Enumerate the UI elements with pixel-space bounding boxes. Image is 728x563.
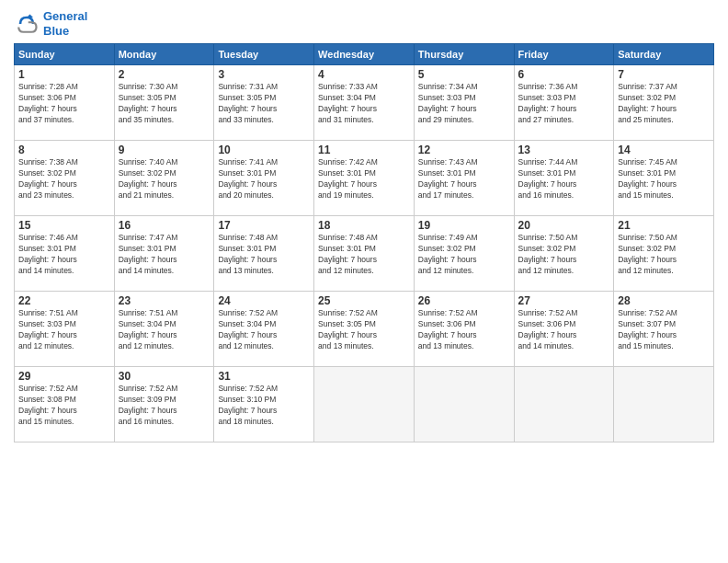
day-number: 26 — [418, 294, 510, 307]
calendar-cell: 22Sunrise: 7:51 AMSunset: 3:03 PMDayligh… — [15, 292, 115, 367]
calendar-cell: 7Sunrise: 7:37 AMSunset: 3:02 PMDaylight… — [614, 65, 714, 141]
day-number: 29 — [18, 370, 110, 383]
calendar-cell: 29Sunrise: 7:52 AMSunset: 3:08 PMDayligh… — [15, 367, 115, 442]
day-number: 27 — [518, 294, 610, 307]
day-info: Sunrise: 7:41 AMSunset: 3:01 PMDaylight:… — [218, 157, 310, 201]
day-number: 22 — [18, 294, 110, 307]
day-number: 25 — [318, 294, 410, 307]
day-number: 28 — [618, 294, 710, 307]
calendar-week-row: 1Sunrise: 7:28 AMSunset: 3:06 PMDaylight… — [15, 65, 714, 141]
calendar-cell: 4Sunrise: 7:33 AMSunset: 3:04 PMDaylight… — [314, 65, 415, 141]
day-info: Sunrise: 7:47 AMSunset: 3:01 PMDaylight:… — [119, 233, 210, 277]
page-container: General Blue SundayMondayTuesdayWednesda… — [0, 0, 728, 563]
calendar-cell: 23Sunrise: 7:51 AMSunset: 3:04 PMDayligh… — [114, 292, 214, 367]
day-info: Sunrise: 7:52 AMSunset: 3:09 PMDaylight:… — [119, 384, 210, 428]
calendar-cell: 30Sunrise: 7:52 AMSunset: 3:09 PMDayligh… — [114, 367, 214, 442]
calendar-header-row: SundayMondayTuesdayWednesdayThursdayFrid… — [15, 44, 714, 65]
day-info: Sunrise: 7:28 AMSunset: 3:06 PMDaylight:… — [18, 82, 110, 126]
day-number: 11 — [318, 144, 410, 156]
day-number: 1 — [18, 68, 110, 81]
day-info: Sunrise: 7:48 AMSunset: 3:01 PMDaylight:… — [318, 233, 410, 277]
day-info: Sunrise: 7:50 AMSunset: 3:02 PMDaylight:… — [518, 233, 610, 277]
calendar-day-header: Friday — [514, 44, 614, 65]
calendar-cell: 17Sunrise: 7:48 AMSunset: 3:01 PMDayligh… — [214, 216, 314, 292]
calendar-cell — [514, 367, 614, 442]
calendar-cell: 20Sunrise: 7:50 AMSunset: 3:02 PMDayligh… — [514, 216, 614, 292]
day-number: 2 — [119, 68, 210, 81]
day-info: Sunrise: 7:52 AMSunset: 3:08 PMDaylight:… — [18, 384, 110, 428]
calendar-day-header: Thursday — [414, 44, 514, 65]
day-info: Sunrise: 7:40 AMSunset: 3:02 PMDaylight:… — [119, 157, 210, 201]
day-number: 17 — [218, 219, 310, 232]
calendar-cell — [614, 367, 714, 442]
day-number: 13 — [518, 144, 610, 156]
day-info: Sunrise: 7:52 AMSunset: 3:05 PMDaylight:… — [318, 308, 410, 352]
calendar-cell: 27Sunrise: 7:52 AMSunset: 3:06 PMDayligh… — [514, 292, 614, 367]
day-number: 12 — [418, 144, 510, 156]
day-info: Sunrise: 7:52 AMSunset: 3:04 PMDaylight:… — [218, 308, 310, 352]
calendar-cell: 15Sunrise: 7:46 AMSunset: 3:01 PMDayligh… — [15, 216, 115, 292]
calendar-cell — [314, 367, 415, 442]
calendar-cell: 3Sunrise: 7:31 AMSunset: 3:05 PMDaylight… — [214, 65, 314, 141]
day-number: 16 — [119, 219, 210, 232]
day-info: Sunrise: 7:50 AMSunset: 3:02 PMDaylight:… — [618, 233, 710, 277]
day-number: 24 — [218, 294, 310, 307]
day-info: Sunrise: 7:43 AMSunset: 3:01 PMDaylight:… — [418, 157, 510, 201]
day-number: 9 — [119, 144, 210, 156]
day-number: 10 — [218, 144, 310, 156]
calendar-cell: 5Sunrise: 7:34 AMSunset: 3:03 PMDaylight… — [414, 65, 514, 141]
calendar-table: SundayMondayTuesdayWednesdayThursdayFrid… — [14, 43, 714, 442]
day-info: Sunrise: 7:44 AMSunset: 3:01 PMDaylight:… — [518, 157, 610, 201]
day-info: Sunrise: 7:38 AMSunset: 3:02 PMDaylight:… — [18, 157, 110, 201]
day-number: 15 — [18, 219, 110, 232]
day-number: 4 — [318, 68, 410, 81]
calendar-cell: 19Sunrise: 7:49 AMSunset: 3:02 PMDayligh… — [414, 216, 514, 292]
day-number: 23 — [119, 294, 210, 307]
day-number: 3 — [218, 68, 310, 81]
calendar-cell: 6Sunrise: 7:36 AMSunset: 3:03 PMDaylight… — [514, 65, 614, 141]
day-info: Sunrise: 7:51 AMSunset: 3:04 PMDaylight:… — [119, 308, 210, 352]
calendar-cell: 2Sunrise: 7:30 AMSunset: 3:05 PMDaylight… — [114, 65, 214, 141]
calendar-day-header: Wednesday — [314, 44, 415, 65]
day-info: Sunrise: 7:46 AMSunset: 3:01 PMDaylight:… — [18, 233, 110, 277]
calendar-cell: 25Sunrise: 7:52 AMSunset: 3:05 PMDayligh… — [314, 292, 415, 367]
day-info: Sunrise: 7:49 AMSunset: 3:02 PMDaylight:… — [418, 233, 510, 277]
calendar-cell: 31Sunrise: 7:52 AMSunset: 3:10 PMDayligh… — [214, 367, 314, 442]
day-info: Sunrise: 7:52 AMSunset: 3:06 PMDaylight:… — [518, 308, 610, 352]
day-number: 18 — [318, 219, 410, 232]
day-number: 8 — [18, 144, 110, 156]
calendar-cell: 14Sunrise: 7:45 AMSunset: 3:01 PMDayligh… — [614, 141, 714, 216]
day-info: Sunrise: 7:30 AMSunset: 3:05 PMDaylight:… — [119, 82, 210, 126]
calendar-week-row: 15Sunrise: 7:46 AMSunset: 3:01 PMDayligh… — [15, 216, 714, 292]
calendar-cell: 10Sunrise: 7:41 AMSunset: 3:01 PMDayligh… — [214, 141, 314, 216]
calendar-day-header: Monday — [114, 44, 214, 65]
calendar-cell: 13Sunrise: 7:44 AMSunset: 3:01 PMDayligh… — [514, 141, 614, 216]
calendar-cell: 8Sunrise: 7:38 AMSunset: 3:02 PMDaylight… — [15, 141, 115, 216]
calendar-cell: 21Sunrise: 7:50 AMSunset: 3:02 PMDayligh… — [614, 216, 714, 292]
day-number: 30 — [119, 370, 210, 383]
calendar-cell — [414, 367, 514, 442]
calendar-cell: 18Sunrise: 7:48 AMSunset: 3:01 PMDayligh… — [314, 216, 415, 292]
calendar-day-header: Saturday — [614, 44, 714, 65]
day-number: 20 — [518, 219, 610, 232]
calendar-week-row: 22Sunrise: 7:51 AMSunset: 3:03 PMDayligh… — [15, 292, 714, 367]
calendar-week-row: 8Sunrise: 7:38 AMSunset: 3:02 PMDaylight… — [15, 141, 714, 216]
day-info: Sunrise: 7:34 AMSunset: 3:03 PMDaylight:… — [418, 82, 510, 126]
logo: General Blue — [14, 9, 87, 38]
day-number: 19 — [418, 219, 510, 232]
day-info: Sunrise: 7:52 AMSunset: 3:10 PMDaylight:… — [218, 384, 310, 428]
calendar-cell: 11Sunrise: 7:42 AMSunset: 3:01 PMDayligh… — [314, 141, 415, 216]
day-info: Sunrise: 7:36 AMSunset: 3:03 PMDaylight:… — [518, 82, 610, 126]
day-number: 5 — [418, 68, 510, 81]
header: General Blue — [14, 9, 714, 38]
logo-icon — [14, 11, 40, 37]
calendar-cell: 16Sunrise: 7:47 AMSunset: 3:01 PMDayligh… — [114, 216, 214, 292]
day-info: Sunrise: 7:45 AMSunset: 3:01 PMDaylight:… — [618, 157, 710, 201]
logo-text: General Blue — [43, 9, 87, 38]
day-number: 14 — [618, 144, 710, 156]
day-number: 21 — [618, 219, 710, 232]
day-info: Sunrise: 7:52 AMSunset: 3:07 PMDaylight:… — [618, 308, 710, 352]
day-info: Sunrise: 7:42 AMSunset: 3:01 PMDaylight:… — [318, 157, 410, 201]
calendar-cell: 1Sunrise: 7:28 AMSunset: 3:06 PMDaylight… — [15, 65, 115, 141]
calendar-cell: 26Sunrise: 7:52 AMSunset: 3:06 PMDayligh… — [414, 292, 514, 367]
